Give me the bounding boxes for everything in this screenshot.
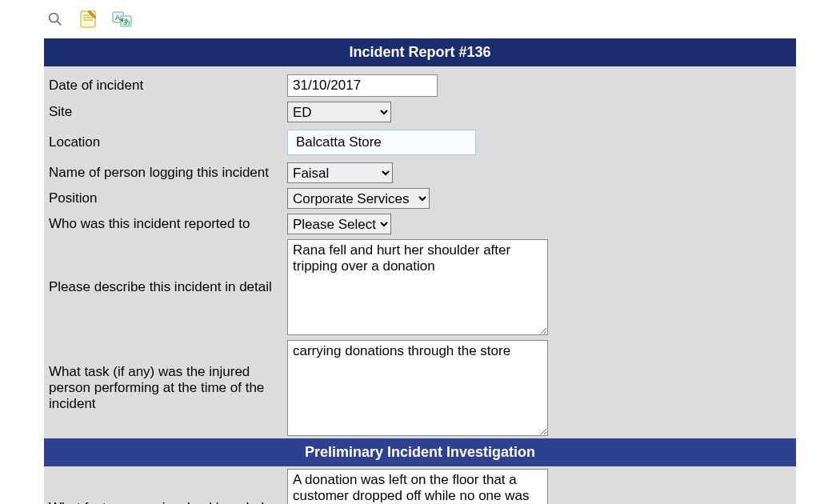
subheader: Preliminary Incident Investigation <box>44 438 796 466</box>
search-icon[interactable] <box>44 8 66 30</box>
describe-textarea[interactable]: Rana fell and hurt her shoulder after tr… <box>287 239 548 335</box>
page-title: Incident Report #136 <box>44 38 796 66</box>
svg-point-0 <box>50 14 58 22</box>
svg-text:A: A <box>115 14 120 22</box>
main-container: Incident Report #136 Date of incident Si… <box>44 38 796 504</box>
task-label: What task (if any) was the injured perso… <box>44 338 287 438</box>
svg-line-1 <box>57 21 61 25</box>
location-label: Location <box>44 125 287 160</box>
date-input[interactable] <box>287 74 438 97</box>
person-label: Name of person logging this incident <box>44 160 287 186</box>
toolbar: A あ <box>0 8 840 38</box>
task-textarea[interactable]: carrying donations through the store <box>287 340 548 436</box>
reported-select[interactable]: Please Select <box>287 214 391 234</box>
person-select[interactable]: Faisal <box>287 162 393 183</box>
site-select[interactable]: ED <box>287 102 391 122</box>
factors-label: What factors were involved in or led <box>44 466 287 504</box>
form-body-2: What factors were involved in or led A d… <box>44 466 796 504</box>
notes-icon[interactable] <box>78 8 100 30</box>
reported-label: Who was this incident reported to <box>44 211 287 237</box>
translate-icon[interactable]: A あ <box>111 8 134 30</box>
describe-label: Please describe this incident in detail <box>44 237 287 338</box>
position-select[interactable]: Corporate Services <box>287 188 430 209</box>
svg-text:あ: あ <box>123 18 130 26</box>
date-label: Date of incident <box>44 66 287 99</box>
position-label: Position <box>44 186 287 211</box>
location-input[interactable] <box>287 130 476 155</box>
form-body: Date of incident Site ED Location Name o… <box>44 66 796 438</box>
site-label: Site <box>44 99 287 125</box>
factors-textarea[interactable]: A donation was left on the floor that a … <box>287 469 548 504</box>
